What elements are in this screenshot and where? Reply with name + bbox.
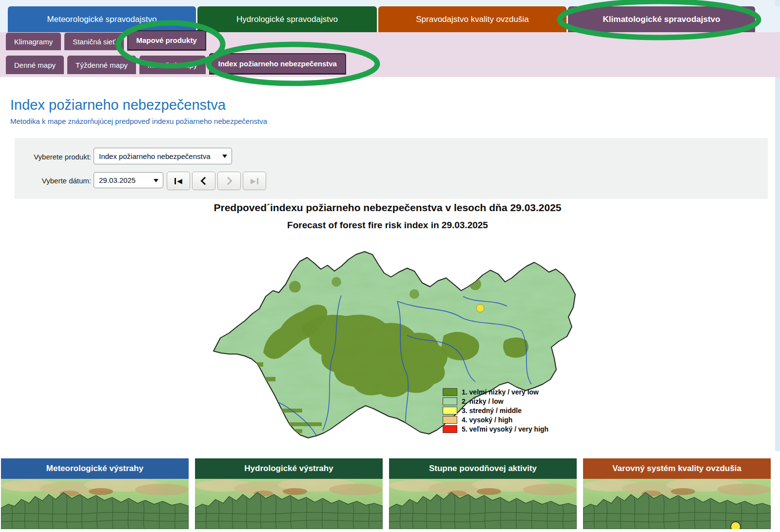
skip-first-icon xyxy=(175,178,176,184)
card-header[interactable]: Meteorologické výstrahy xyxy=(1,458,189,479)
shmu-page: Meteorologické spravodajstvo Hydrologick… xyxy=(0,0,780,532)
card-map-thumbnail[interactable] xyxy=(389,479,577,529)
legend-label: 5. veľmi vysoký / very high xyxy=(462,425,548,433)
legend-label: 3. stredný / middle xyxy=(462,407,522,414)
subtab-tyzdenne-mapy[interactable]: Týždenné mapy xyxy=(67,56,136,74)
legend-swatch-very-high xyxy=(443,425,457,433)
card-header[interactable]: Stupne povodňovej aktivity xyxy=(389,458,577,479)
tab-hydrologicke-spravodajstvo[interactable]: Hydrologické spravodajstvo xyxy=(197,6,377,32)
map-title-en: Forecast of forest fire risk index in 29… xyxy=(0,220,775,231)
product-select-value: Index požiarneho nebezpečenstva xyxy=(99,152,211,160)
primary-nav: Meteorologické spravodajstvo Hydrologick… xyxy=(0,6,780,32)
legend-swatch-very-low xyxy=(443,388,457,396)
product-select[interactable]: Index požiarneho nebezpečenstva xyxy=(94,148,232,164)
card-map-thumbnail[interactable] xyxy=(1,479,189,529)
warning-cards-section: Meteorologické výstrahy Hydrologické výs… xyxy=(0,451,780,529)
subtab-stanicna-siet[interactable]: Staničná sieť xyxy=(64,33,123,50)
card-header[interactable]: Hydrologické výstrahy xyxy=(195,458,383,479)
tertiary-nav: Denné mapy Týždenné mapy Mesačné mapy In… xyxy=(6,56,346,74)
air-quality-station-marker xyxy=(731,522,741,529)
skip-last-icon xyxy=(257,178,258,184)
date-select-label: Vyberte dátum: xyxy=(15,177,91,185)
subtab-index-poziarneho-nebezpecenstva[interactable]: Index požiarneho nebezpečenstva xyxy=(209,53,346,74)
last-date-button[interactable]: ▶ xyxy=(243,172,266,190)
subtab-mesacne-mapy[interactable]: Mesačné mapy xyxy=(139,56,206,74)
map-title-sk: Predpoved´indexu požiarneho nebezpečenst… xyxy=(0,202,775,214)
subtab-klimagramy[interactable]: Klimagramy xyxy=(6,33,61,50)
next-date-button[interactable] xyxy=(217,172,241,190)
legend-row: 4. vysoký / high xyxy=(443,415,548,424)
legend-row: 2. nízky / low xyxy=(443,396,548,406)
previous-date-button[interactable] xyxy=(192,172,215,190)
card-map-thumbnail[interactable] xyxy=(195,479,383,529)
legend-row: 3. stredný / middle xyxy=(443,406,548,415)
legend-row: 1. velmi nízky / very low xyxy=(443,387,548,396)
card-map-thumbnail[interactable] xyxy=(583,479,771,529)
tab-spravodajstvo-kvality-ovzdusia[interactable]: Spravodajstvo kvality ovzdušia xyxy=(378,6,566,32)
legend-swatch-low xyxy=(443,397,457,405)
tab-meteorologicke-spravodajstvo[interactable]: Meteorologické spravodajstvo xyxy=(8,6,196,32)
subtab-mapove-produkty[interactable]: Mapové produkty xyxy=(127,30,206,50)
product-select-label: Vyberete produkt: xyxy=(15,153,91,161)
chevron-down-icon xyxy=(222,155,227,158)
card-header[interactable]: Varovný systém kvality ovzdušia xyxy=(583,458,771,479)
top-strip xyxy=(0,0,780,6)
card-hydrologicke-vystrahy[interactable]: Hydrologické výstrahy xyxy=(195,458,383,529)
chevron-down-icon xyxy=(154,179,158,182)
legend-swatch-high xyxy=(443,416,457,424)
legend-label: 4. vysoký / high xyxy=(462,416,512,424)
legend-label: 2. nízky / low xyxy=(462,397,504,405)
date-select-value: 29.03.2025 xyxy=(99,176,136,184)
legend-label: 1. velmi nízky / very low xyxy=(462,388,539,396)
legend-swatch-middle xyxy=(443,407,457,414)
chevron-right-icon xyxy=(224,177,233,185)
card-varovny-system-kvality-ovzdusia[interactable]: Varovný systém kvality ovzdušia xyxy=(583,458,771,529)
product-form: Vyberete produkt: Index požiarneho nebez… xyxy=(15,138,768,199)
methodology-link[interactable]: Metodika k mape znázorňujúcej predpoveď … xyxy=(10,117,267,125)
secondary-nav: Klimagramy Staničná sieť Mapové produkty xyxy=(6,33,206,50)
page-title: Index požiarneho nebezpečenstva xyxy=(10,97,226,113)
date-select[interactable]: 29.03.2025 xyxy=(94,172,163,188)
card-stupne-povodnovej-aktivity[interactable]: Stupne povodňovej aktivity xyxy=(389,458,577,529)
chevron-left-icon xyxy=(201,177,209,185)
card-meteorologicke-vystrahy[interactable]: Meteorologické výstrahy xyxy=(1,458,189,529)
map-legend: 1. velmi nízky / very low 2. nízky / low… xyxy=(443,387,548,433)
subtab-denne-mapy[interactable]: Denné mapy xyxy=(6,56,64,74)
first-date-button[interactable]: ◀ xyxy=(167,172,190,190)
middle-risk-spot xyxy=(476,304,484,312)
subnav-band: Klimagramy Staničná sieť Mapové produkty… xyxy=(0,32,780,77)
legend-row: 5. veľmi vysoký / very high xyxy=(443,424,548,433)
tab-klimatologicke-spravodajstvo[interactable]: Klimatologické spravodajstvo xyxy=(568,6,755,32)
